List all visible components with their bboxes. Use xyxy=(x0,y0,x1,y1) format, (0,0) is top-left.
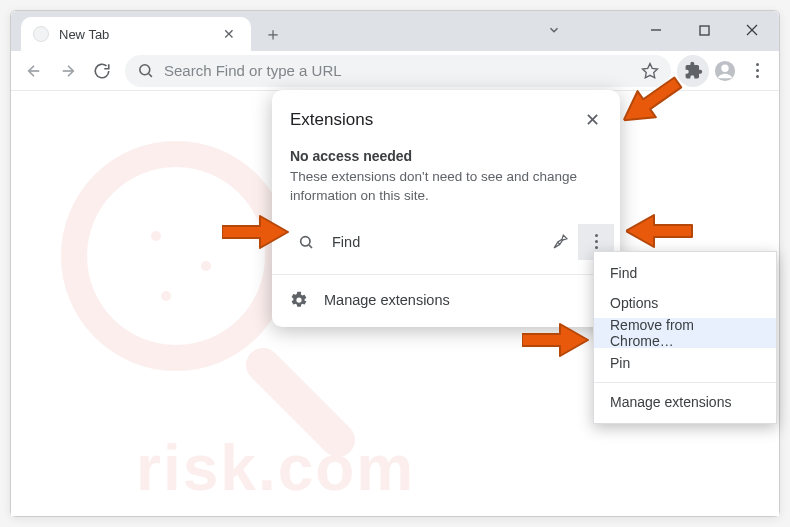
watermark-text: risk.com xyxy=(136,431,415,505)
ctx-options[interactable]: Options xyxy=(594,288,776,318)
minimize-button[interactable] xyxy=(633,15,679,45)
extensions-toolbar-button[interactable] xyxy=(677,55,709,87)
extension-context-menu: Find Options Remove from Chrome… Pin Man… xyxy=(593,251,777,424)
arrow-right-icon xyxy=(59,62,77,80)
dots-vertical-icon xyxy=(756,63,759,78)
svg-rect-1 xyxy=(700,26,709,35)
omnibox[interactable]: Search Find or type a URL xyxy=(125,55,671,87)
omnibox-placeholder: Search Find or type a URL xyxy=(164,62,631,79)
ctx-pin[interactable]: Pin xyxy=(594,348,776,378)
tab-title: New Tab xyxy=(59,27,209,42)
gear-icon xyxy=(290,291,308,309)
svg-point-6 xyxy=(140,65,150,75)
extension-find-icon xyxy=(296,232,316,252)
pin-icon xyxy=(552,233,569,250)
toolbar: Search Find or type a URL xyxy=(11,51,779,91)
profile-button[interactable] xyxy=(709,55,741,87)
svg-marker-8 xyxy=(643,63,658,77)
ctx-remove-from-chrome[interactable]: Remove from Chrome… xyxy=(594,318,776,348)
chevron-down-icon xyxy=(547,23,561,37)
extensions-popup-close[interactable]: ✕ xyxy=(578,106,606,134)
extensions-no-access-heading: No access needed xyxy=(290,148,602,164)
avatar-icon xyxy=(714,60,736,82)
svg-line-7 xyxy=(149,74,152,77)
svg-line-12 xyxy=(309,245,312,248)
bookmark-star-icon[interactable] xyxy=(641,62,659,80)
titlebar: New Tab ✕ ＋ xyxy=(11,11,779,51)
manage-extensions-row[interactable]: Manage extensions xyxy=(272,279,620,321)
reload-icon xyxy=(93,62,111,80)
extensions-popup-title: Extensions xyxy=(290,110,578,130)
extension-name: Find xyxy=(332,234,542,250)
chrome-menu-button[interactable] xyxy=(741,55,773,87)
puzzle-icon xyxy=(684,61,703,80)
search-icon xyxy=(137,62,154,79)
back-button[interactable] xyxy=(17,54,51,88)
extensions-popup: Extensions ✕ No access needed These exte… xyxy=(272,90,620,327)
divider xyxy=(594,382,776,383)
reload-button[interactable] xyxy=(85,54,119,88)
forward-button[interactable] xyxy=(51,54,85,88)
arrow-left-icon xyxy=(25,62,43,80)
dots-vertical-icon xyxy=(595,234,598,249)
ctx-find[interactable]: Find xyxy=(594,258,776,288)
extension-pin-button[interactable] xyxy=(542,224,578,260)
browser-tab[interactable]: New Tab ✕ xyxy=(21,17,251,51)
divider xyxy=(272,274,620,275)
tab-favicon xyxy=(33,26,49,42)
close-window-button[interactable] xyxy=(729,15,775,45)
extension-row[interactable]: Find xyxy=(272,220,620,264)
maximize-button[interactable] xyxy=(681,15,727,45)
tab-search-button[interactable] xyxy=(539,17,569,43)
ctx-manage-extensions[interactable]: Manage extensions xyxy=(594,387,776,417)
svg-point-11 xyxy=(301,236,310,245)
extensions-no-access-desc: These extensions don't need to see and c… xyxy=(290,168,602,206)
new-tab-button[interactable]: ＋ xyxy=(259,20,287,48)
tab-close-icon[interactable]: ✕ xyxy=(219,24,239,44)
manage-extensions-label: Manage extensions xyxy=(324,292,450,308)
svg-point-10 xyxy=(721,64,728,71)
window-controls xyxy=(633,15,775,45)
